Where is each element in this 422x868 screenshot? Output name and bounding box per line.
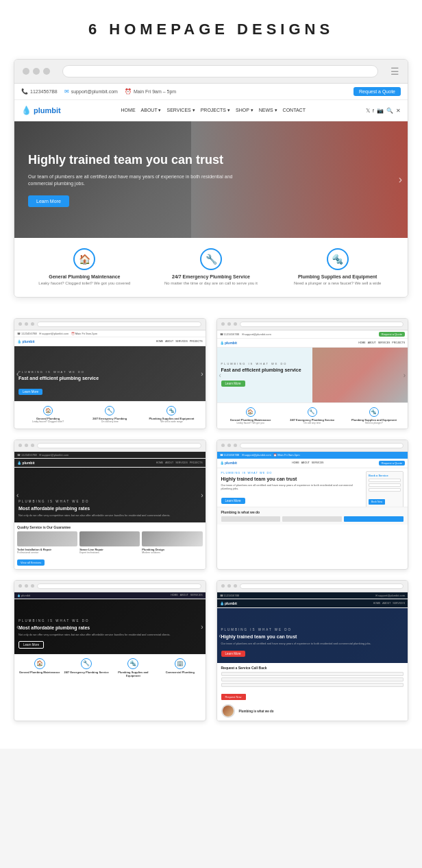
mini-dot-13 — [18, 584, 22, 588]
card-5-features: 🏠 General Plumbing Maintenance 🔧 24/7 Em… — [14, 654, 206, 681]
card-3-img-3 — [142, 531, 202, 546]
card-6-prev-arrow[interactable]: ‹ — [219, 631, 221, 639]
hero-next-arrow[interactable]: › — [399, 173, 402, 186]
card-1-feat-icon-2: 🔧 — [105, 406, 114, 415]
browser-dots — [23, 68, 50, 75]
card-4-form-title: Book a Service — [369, 474, 401, 477]
mini-dot-12 — [234, 444, 237, 447]
mini-navbar-3: 💧 plumbit HOME ABOUT SERVICES PROJECTS — [14, 459, 206, 468]
card-5-hero-text: PLUMBING IS WHAT WE DO Most affordable p… — [18, 619, 171, 649]
card-4-logo: 💧 plumbit — [220, 461, 237, 465]
card-3-item-3: Plumbing Design Modern solutions — [142, 531, 202, 554]
card-5-feat-title-2: 24/7 Emergency Plumbing Service — [64, 671, 108, 674]
mini-dot-7 — [18, 444, 22, 447]
mini-url-3 — [37, 443, 201, 448]
close-icon: ✕ — [396, 108, 401, 114]
card-5-feat-3: 🔩 Plumbing Supplies and Equipment — [111, 658, 156, 677]
card-1-cta[interactable]: Learn More — [18, 389, 42, 395]
card-2-prev-arrow[interactable]: ‹ — [219, 371, 221, 378]
instagram-icon: 📷 — [377, 108, 384, 114]
card-4-field-3[interactable] — [369, 488, 401, 492]
feature-icon-emergency: 🔧 — [200, 248, 222, 270]
card-5-feat-title-1: General Plumbing Maintenance — [17, 671, 62, 674]
feature-item-2: 🔧 24/7 Emergency Plumbing Service No mat… — [148, 248, 275, 287]
card-4-navbar: 💧 plumbit HOME ABOUT SERVICES Request a … — [217, 459, 408, 468]
features-row: 🏠 General Plumbing Maintenance Leaky fau… — [14, 238, 408, 297]
card-4-field-1[interactable] — [369, 479, 401, 482]
card-5-cta[interactable]: Learn More — [18, 641, 44, 649]
mini-url-5 — [37, 583, 201, 589]
card-6-avatar — [221, 704, 235, 718]
card-2-feature-3: 🔩 Plumbing Supplies and Equipment Need a… — [343, 406, 405, 426]
feature-desc-3: Need a plunger or a new faucet? We sell … — [277, 281, 397, 287]
card-1-feature-3: 🔩 Plumbing Supplies and Equipment We sel… — [140, 405, 202, 424]
facebook-icon: f — [373, 108, 374, 114]
card-4-bottom-row — [221, 516, 404, 522]
card-2-cta[interactable]: Learn More — [221, 381, 245, 387]
card-6-label: PLUMBING IS WHAT WE DO — [221, 628, 371, 632]
mini-logo-6: 💧 plumbit — [220, 601, 237, 605]
topbar-phone: 📞 11234567B8 — [21, 88, 58, 95]
card-1-feat-desc-2: On call any time — [79, 420, 140, 423]
card-5-label: PLUMBING IS WHAT WE DO — [18, 619, 171, 623]
hero-content: Highly trained team you can trust Our te… — [14, 142, 250, 218]
hero-cta-button[interactable]: Learn More — [28, 195, 69, 207]
mini-dot-15 — [31, 584, 34, 588]
mini-request-btn-2[interactable]: Request a Quote — [379, 332, 405, 337]
feature-title-3: Plumbing Supplies and Equipment — [277, 274, 397, 279]
mini-dot-6 — [234, 322, 237, 326]
card-6-field-3[interactable] — [221, 683, 404, 687]
mini-dot-4 — [221, 322, 225, 326]
card-4-heading: Highly trained team you can trust — [221, 476, 362, 482]
feature-icon-home: 🏠 — [73, 248, 95, 270]
card-1-next-arrow[interactable]: › — [201, 370, 203, 377]
card-3-quality-title: Quality Service is Our Guarantee — [17, 525, 203, 529]
browser-chrome-bar: ☰ — [14, 60, 408, 84]
topbar-email: ✉ support@plumbit.com — [64, 88, 118, 95]
card-3-prev-arrow[interactable]: ‹ — [16, 491, 18, 498]
card-4-request-btn[interactable]: Request a Quote — [379, 461, 405, 466]
card-2-heading: Fast and efficient plumbing service — [221, 367, 318, 373]
dot-red — [23, 68, 29, 75]
card-5-feat-4: 🏢 Commercial Plumbing — [158, 658, 202, 677]
card-2-feat-icon-2: 🔧 — [308, 407, 317, 417]
search-icon[interactable]: 🔍 — [386, 108, 393, 114]
card-4-content: PLUMBING IS WHAT WE DO Highly trained te… — [217, 468, 408, 507]
request-quote-button[interactable]: Request a Quote — [353, 87, 401, 96]
card-4-field-2[interactable] — [369, 483, 401, 487]
card-2-feat-desc-3: Need a plunger? — [344, 422, 404, 424]
card-5-next-arrow[interactable]: › — [201, 623, 203, 630]
card-6-field-1[interactable] — [221, 672, 404, 676]
browser-url-bar[interactable] — [62, 65, 378, 77]
card-6-cta[interactable]: Learn More — [221, 651, 245, 657]
card-5-prev-arrow[interactable]: ‹ — [16, 623, 18, 630]
card-2-next-arrow[interactable]: › — [404, 371, 406, 378]
card-3-label: PLUMBING IS WHAT WE DO — [18, 500, 171, 504]
card-1-feature-2: 🔧 24/7 Emergency Plumbing On call any ti… — [79, 405, 140, 424]
mini-browser-bar-5 — [14, 581, 206, 592]
card-3-item-2: Sewer Line Repair Expert technicians — [79, 531, 140, 554]
card-6-field-2[interactable] — [221, 677, 404, 682]
card-3-hero-text: PLUMBING IS WHAT WE DO Most affordable p… — [18, 500, 171, 517]
card-1-heading: Fast and efficient plumbing service — [18, 375, 99, 381]
card-3-item-desc-1: Professional service — [17, 551, 77, 554]
card-1-feat-desc-3: We sell a wide range — [141, 420, 201, 423]
card-6-form-btn[interactable]: Request Now — [221, 694, 246, 700]
design-card-5: 💧 plumbit HOME ABOUT SERVICES PLUMBING I… — [14, 580, 206, 721]
mini-dot-8 — [25, 444, 28, 447]
card-1-prev-arrow[interactable]: ‹ — [16, 370, 18, 377]
card-2-content: PLUMBING IS WHAT WE DO Fast and efficien… — [217, 358, 322, 391]
card-4-left: PLUMBING IS WHAT WE DO Highly trained te… — [221, 471, 362, 507]
card-6-hero: PLUMBING IS WHAT WE DO Highly trained te… — [217, 608, 408, 663]
feature-item-1: 🏠 General Plumbing Maintenance Leaky fau… — [21, 248, 148, 287]
card-2-feat-desc-2: On call any time — [282, 422, 343, 424]
mini-topbar-1: ☎ 11234567B8 ✉ support@plumbit.com ⏰ Mai… — [14, 330, 206, 337]
card-4-bottom-label: Plumbing is what we do — [221, 510, 404, 514]
mini-dot-1 — [18, 322, 22, 326]
card-4-form-btn[interactable]: Book Now — [369, 499, 385, 505]
card-3-item-1: Toilet Installation & Repair Professiona… — [17, 531, 77, 554]
card-4-cta[interactable]: Learn More — [221, 498, 245, 504]
card-3-view-btn[interactable]: View all Services — [17, 559, 45, 566]
card-3-next-arrow[interactable]: › — [201, 491, 203, 498]
card-6-bottom-label: Plumbing is what we do — [239, 710, 274, 713]
